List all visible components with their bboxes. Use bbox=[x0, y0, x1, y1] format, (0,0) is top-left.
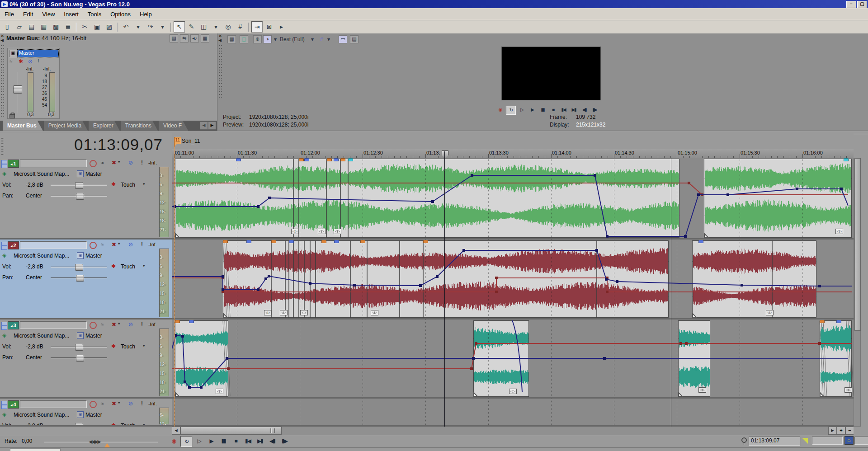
track-restore-icon[interactable] bbox=[1, 326, 7, 330]
rate-slider-rail[interactable] bbox=[44, 442, 158, 443]
preview-previous-frame-button[interactable]: ◀▮ bbox=[580, 106, 589, 114]
volume-slider[interactable] bbox=[51, 267, 107, 268]
preview-play-from-start-button[interactable]: ▷ bbox=[517, 106, 526, 114]
volume-slider[interactable] bbox=[51, 347, 107, 348]
preview-next-frame-button[interactable]: ▮▶ bbox=[590, 106, 599, 114]
dock-grip[interactable] bbox=[0, 44, 4, 117]
master-fx-button[interactable]: ▣ bbox=[9, 50, 17, 57]
event-fx-icon[interactable]: ◁▷ bbox=[264, 310, 272, 315]
undo-button[interactable]: ↶ bbox=[120, 21, 132, 33]
automation-mode-button[interactable]: Touch bbox=[121, 423, 135, 427]
mute-dropdown[interactable]: ▾ bbox=[118, 400, 120, 405]
vertical-scrollbar[interactable] bbox=[854, 158, 861, 427]
marker-tool-icon[interactable] bbox=[802, 438, 808, 444]
automation-mode-button[interactable]: Touch bbox=[121, 263, 135, 270]
bus-assign-icon[interactable]: ▣ bbox=[77, 411, 84, 418]
track-2-header[interactable]: ◂2≈✖▾⊘!-Inf.3-6-9-12-15-18-21-◈Microsoft… bbox=[0, 240, 172, 319]
volume-slider-thumb[interactable] bbox=[75, 423, 83, 427]
event-marker-tab[interactable] bbox=[844, 158, 849, 161]
event-marker-tab[interactable] bbox=[836, 320, 841, 323]
stop-button[interactable]: ■ bbox=[230, 436, 241, 446]
phase-invert-icon[interactable]: ! bbox=[141, 241, 143, 248]
track-envelope-icon[interactable]: ≈ bbox=[101, 400, 104, 407]
hscroll-right-arrow[interactable]: ▶ bbox=[828, 427, 837, 435]
automation-mode-dropdown[interactable]: ▾ bbox=[143, 182, 145, 186]
edit-tool-dropdown-button[interactable]: ▾ bbox=[210, 21, 222, 33]
preview-quality-button[interactable]: Best (Full) bbox=[280, 35, 311, 43]
copy-button[interactable]: ▣ bbox=[91, 21, 103, 33]
mute-output-icon[interactable]: ◂♪ bbox=[190, 34, 199, 42]
split-screen-icon[interactable]: ◑ bbox=[263, 35, 272, 43]
track-device-button[interactable]: Microsoft Sound Map... bbox=[14, 171, 69, 177]
go-to-end-button[interactable]: ▶▮ bbox=[255, 436, 265, 446]
event-marker-tab[interactable] bbox=[321, 240, 326, 243]
tab-master-bus[interactable]: Master Bus bbox=[3, 121, 43, 131]
master-fader[interactable] bbox=[13, 85, 22, 94]
zoom-out-button[interactable]: − bbox=[845, 427, 854, 435]
track-4-timeline-row[interactable] bbox=[172, 399, 854, 427]
event-fx-icon[interactable]: ◁▷ bbox=[698, 387, 706, 393]
timeline-grip[interactable] bbox=[1, 137, 4, 157]
overlays-icon[interactable]: # bbox=[318, 35, 325, 43]
normal-edit-tool-button[interactable]: ↖ bbox=[174, 21, 185, 33]
track-restore-icon[interactable] bbox=[1, 164, 7, 168]
pan-slider-thumb[interactable] bbox=[76, 355, 84, 362]
preview-play-button[interactable]: ▶ bbox=[528, 106, 537, 114]
preview-go-to-start-button[interactable]: ▮◀ bbox=[559, 106, 568, 114]
playhead-line[interactable] bbox=[444, 151, 445, 427]
event-marker-tab[interactable] bbox=[189, 320, 194, 323]
mute-dropdown[interactable]: ▾ bbox=[118, 160, 120, 164]
vertical-scrollbar-thumb[interactable] bbox=[854, 158, 861, 331]
menu-tools[interactable]: Tools bbox=[83, 9, 106, 19]
preview-go-to-end-button[interactable]: ▶▮ bbox=[569, 106, 578, 114]
record-button[interactable]: ◉ bbox=[168, 436, 179, 446]
hscroll-left-arrow[interactable]: ◀ bbox=[172, 427, 180, 435]
undo-dropdown-button[interactable]: ▾ bbox=[132, 21, 144, 33]
rate-scrub-handle[interactable]: ◀◀▶▶ bbox=[89, 439, 100, 445]
volume-slider-thumb[interactable] bbox=[75, 182, 83, 189]
event-fx-icon[interactable]: ◁▷ bbox=[300, 310, 308, 315]
preview-grip[interactable] bbox=[218, 44, 222, 99]
insert-bus-icon[interactable]: ▤ bbox=[170, 34, 178, 42]
tab-video-f[interactable]: Video F bbox=[159, 121, 188, 131]
tab-transitions[interactable]: Transitions bbox=[121, 121, 158, 131]
fx-plugin-icon[interactable]: ◈ bbox=[2, 332, 6, 338]
automation-settings-icon[interactable]: ✱ bbox=[111, 422, 116, 427]
external-monitor-icon[interactable]: ▢ bbox=[240, 35, 248, 43]
zoom-in-button[interactable]: + bbox=[837, 427, 845, 435]
solo-button[interactable]: ⊘ bbox=[128, 400, 133, 407]
event-fx-icon[interactable]: ◁▷ bbox=[291, 229, 299, 234]
tab-scroll-right[interactable]: ▶ bbox=[208, 122, 216, 130]
more-tools-arrow-button[interactable]: ▸ bbox=[276, 21, 287, 33]
solo-button[interactable]: ⊘ bbox=[128, 241, 133, 248]
open-project-button[interactable]: ▱ bbox=[14, 21, 25, 33]
mute-button[interactable]: ✖ bbox=[112, 400, 116, 407]
automation-settings-icon[interactable]: ✱ bbox=[111, 263, 116, 269]
video-fx-icon[interactable]: ⊚ bbox=[253, 35, 262, 43]
track-3-header[interactable]: ◂3≈✖▾⊘!-Inf.3-6-9-12-15-18-21-◈Microsoft… bbox=[0, 319, 172, 399]
event-fx-icon[interactable]: ◁▷ bbox=[766, 310, 774, 315]
event-marker-tab[interactable] bbox=[340, 158, 345, 161]
selection-edit-tool-button[interactable]: ◫ bbox=[198, 21, 209, 33]
automation-mode-button[interactable]: Touch bbox=[121, 182, 135, 188]
track-3-waveform[interactable] bbox=[172, 319, 854, 399]
next-frame-button[interactable]: ▮▶ bbox=[279, 436, 290, 446]
preview-properties-icon[interactable]: ▦ bbox=[227, 35, 236, 43]
event-marker-tab[interactable] bbox=[289, 240, 294, 243]
event-marker-tab[interactable] bbox=[334, 240, 339, 243]
track-device-button[interactable]: Microsoft Sound Map... bbox=[14, 412, 69, 418]
pan-slider[interactable] bbox=[51, 196, 107, 197]
track-minimize-icon[interactable] bbox=[1, 322, 7, 326]
preview-quality-dropdown[interactable]: ▾ bbox=[310, 35, 315, 43]
menu-insert[interactable]: Insert bbox=[59, 9, 83, 19]
track-envelope-icon[interactable]: ≈ bbox=[101, 160, 104, 166]
menu-edit[interactable]: Edit bbox=[19, 9, 38, 19]
preview-record-button[interactable]: ◉ bbox=[495, 106, 505, 114]
fx-plugin-icon[interactable]: ◈ bbox=[2, 252, 6, 258]
track-device-button[interactable]: Microsoft Sound Map... bbox=[14, 333, 69, 339]
track-restore-icon[interactable] bbox=[1, 405, 7, 409]
event-marker-tab[interactable] bbox=[223, 240, 228, 243]
track-minimize-icon[interactable] bbox=[1, 242, 7, 246]
overlays-dropdown[interactable]: ▾ bbox=[326, 35, 331, 43]
play-from-start-button[interactable]: ▷ bbox=[193, 436, 204, 446]
